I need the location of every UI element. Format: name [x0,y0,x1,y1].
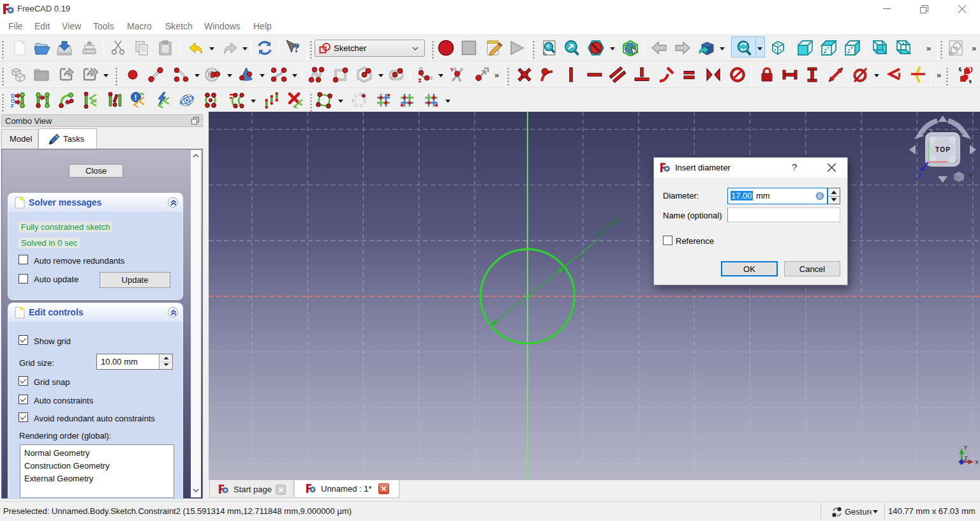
svg-text:Z: Z [918,172,922,179]
svg-text:fx: fx [818,194,822,200]
svg-text:ø17 mm: ø17 mm [595,215,622,239]
svg-text:F: F [11,103,14,109]
svg-text:Y: Y [964,444,968,451]
svg-text:Z: Z [964,455,968,462]
svg-text:TOP: TOP [935,146,950,153]
svg-text:X: X [955,158,959,163]
svg-text:?: ? [293,41,300,55]
svg-text:X: X [975,459,979,465]
svg-text:!: ! [135,93,137,102]
svg-text:Y: Y [930,128,933,134]
